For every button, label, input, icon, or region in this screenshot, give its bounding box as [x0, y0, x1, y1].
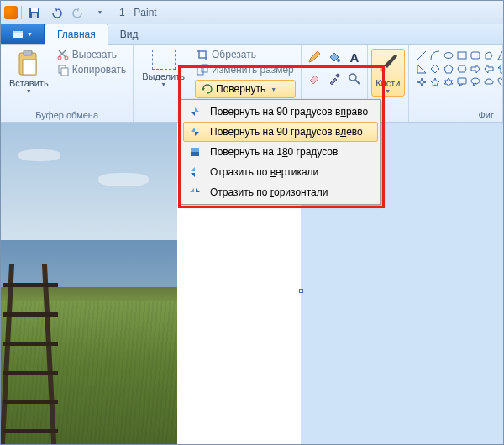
menu-flip-vertical[interactable]: Отразить по вертикали — [183, 162, 378, 182]
shape-pentagon-icon[interactable] — [443, 63, 454, 75]
shape-diamond-icon[interactable] — [429, 63, 441, 75]
select-label: Выделить — [142, 71, 185, 81]
undo-button[interactable] — [47, 3, 66, 22]
rotate-icon — [201, 83, 213, 95]
text-tool[interactable]: A — [345, 48, 364, 66]
window-title: 1 - Paint — [119, 7, 157, 18]
svg-point-16 — [349, 74, 356, 81]
paste-button[interactable]: Вставить ▼ — [6, 48, 52, 96]
menu-flip-vertical-label: Отразить по вертикали — [210, 166, 318, 178]
eraser-icon — [307, 72, 321, 86]
shape-cloud-icon[interactable] — [483, 76, 495, 88]
menu-flip-horizontal-label: Отразить по горизонтали — [210, 186, 328, 198]
paint-logo-icon — [4, 6, 18, 19]
shape-arrow-left-icon[interactable] — [483, 63, 495, 75]
shape-star5-icon[interactable] — [429, 76, 441, 88]
rotate-label: Повернуть — [216, 83, 265, 95]
shape-line-icon[interactable] — [416, 50, 428, 61]
select-button[interactable]: Выделить ▼ — [139, 48, 188, 89]
canvas-image — [1, 123, 177, 444]
shape-oval-icon[interactable] — [443, 50, 454, 61]
shapes-gallery[interactable] — [414, 48, 497, 90]
resize-label: Изменить размер — [212, 64, 294, 76]
shape-hexagon-icon[interactable] — [456, 63, 468, 75]
shape-rect-icon[interactable] — [456, 50, 468, 61]
svg-rect-6 — [24, 50, 32, 55]
rotate-menu: Повернуть на 90 градусов вправо Повернут… — [181, 99, 381, 205]
shape-triangle-icon[interactable] — [496, 50, 503, 61]
svg-point-9 — [65, 56, 68, 60]
cut-button[interactable]: Вырезать — [55, 48, 129, 61]
shape-curve-icon[interactable] — [429, 50, 441, 61]
shape-callout-round-icon[interactable] — [470, 76, 481, 88]
rotate-left-icon — [188, 125, 202, 139]
crop-button[interactable]: Обрезать — [195, 48, 296, 61]
svg-rect-12 — [197, 67, 203, 75]
group-shapes-label: Фиг — [414, 110, 497, 120]
crop-icon — [197, 49, 208, 60]
shape-rtriangle-icon[interactable] — [416, 63, 428, 75]
flip-vertical-icon — [188, 165, 202, 179]
picker-tool[interactable] — [325, 70, 344, 88]
chevron-down-icon: ▼ — [26, 88, 32, 94]
zoom-tool[interactable] — [345, 70, 364, 88]
flip-horizontal-icon — [188, 186, 202, 199]
menu-rotate-180[interactable]: Повернуть на 180 градусов — [183, 142, 378, 162]
crop-label: Обрезать — [212, 49, 256, 60]
resize-button[interactable]: Изменить размер — [195, 63, 296, 76]
svg-rect-19 — [471, 52, 480, 59]
brush-icon — [375, 51, 401, 76]
svg-rect-15 — [335, 73, 340, 78]
copy-label: Копировать — [72, 64, 127, 76]
tab-view[interactable]: Вид — [108, 24, 150, 44]
redo-button[interactable] — [69, 3, 87, 22]
svg-rect-18 — [458, 52, 466, 59]
magnifier-icon — [348, 72, 361, 86]
eraser-tool[interactable] — [305, 70, 323, 88]
shape-arrow-right-icon[interactable] — [470, 63, 481, 75]
brushes-button[interactable]: Кисти ▼ — [371, 49, 405, 97]
svg-point-17 — [444, 53, 453, 59]
svg-point-14 — [337, 59, 340, 62]
shape-arrow-up-icon[interactable] — [496, 63, 503, 75]
svg-rect-4 — [13, 31, 23, 33]
menu-rotate-right-90-label: Повернуть на 90 градусов вправо — [210, 106, 368, 118]
chevron-down-icon: ▼ — [270, 86, 276, 92]
eyedropper-icon — [328, 72, 341, 86]
svg-rect-20 — [458, 78, 466, 84]
svg-rect-1 — [31, 8, 38, 12]
svg-rect-2 — [32, 13, 37, 18]
chevron-down-icon: ▼ — [27, 31, 33, 37]
shape-polygon-icon[interactable] — [483, 50, 495, 61]
tab-main[interactable]: Главная — [45, 24, 108, 45]
copy-button[interactable]: Копировать — [55, 63, 129, 76]
rotate-right-icon — [188, 105, 202, 118]
shape-callout-icon[interactable] — [456, 76, 468, 88]
ribbon-tabs: ▼ Главная Вид — [1, 24, 503, 45]
clipboard-icon — [16, 50, 41, 76]
shape-star4-icon[interactable] — [416, 76, 428, 88]
menu-rotate-left-90[interactable]: Повернуть на 90 градусов влево — [183, 122, 378, 142]
menu-flip-horizontal[interactable]: Отразить по горизонтали — [183, 182, 378, 202]
resize-handle[interactable] — [299, 289, 303, 293]
menu-rotate-right-90[interactable]: Повернуть на 90 градусов вправо — [183, 102, 378, 122]
shape-star6-icon[interactable] — [443, 76, 454, 88]
pencil-icon — [307, 50, 321, 64]
rotate-button[interactable]: Повернуть ▼ — [195, 80, 296, 98]
paint-window: ▾ 1 - Paint ▼ Главная Вид Вставить ▼ — [0, 0, 504, 445]
select-icon — [152, 50, 176, 70]
pencil-tool[interactable] — [305, 48, 323, 66]
paste-label: Вставить — [9, 78, 49, 88]
resize-icon — [197, 64, 208, 76]
file-menu-button[interactable]: ▼ — [1, 24, 45, 44]
menu-rotate-180-label: Повернуть на 180 градусов — [210, 146, 338, 158]
save-button[interactable] — [25, 3, 44, 22]
fill-tool[interactable] — [325, 48, 344, 66]
shape-heart-icon[interactable] — [496, 76, 503, 88]
text-icon: A — [349, 50, 359, 65]
svg-rect-11 — [61, 68, 68, 76]
group-clipboard-label: Буфер обмена — [6, 110, 128, 120]
qat-customize-button[interactable]: ▾ — [91, 3, 109, 22]
shape-roundrect-icon[interactable] — [470, 50, 481, 61]
menu-rotate-left-90-label: Повернуть на 90 градусов влево — [210, 126, 363, 138]
